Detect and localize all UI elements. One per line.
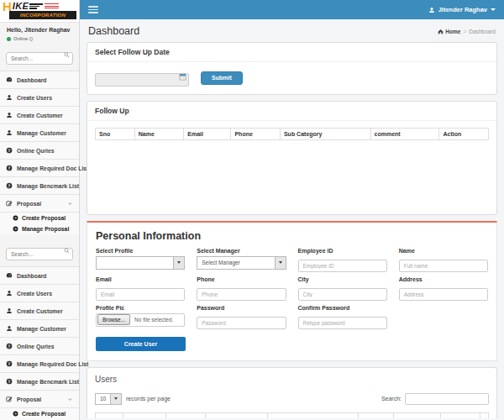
user-menu[interactable]: Jitender Raghav [428,6,504,13]
name-field: Name [399,248,488,272]
calendar-icon[interactable] [179,73,186,81]
select-manager-dropdown[interactable]: Select Manager [197,256,286,270]
page-size-dropdown[interactable]: 10 [95,393,122,405]
sidebar-item-label: Dashboard [17,77,47,83]
city-field: City [298,276,387,301]
employee-id-input[interactable] [298,260,387,272]
followup-panel-title: Follow Up [87,102,496,121]
confirm-password-label: Confirm Password [298,305,387,311]
column-header-action: Action [439,128,489,139]
arrow-circle-icon [13,215,18,221]
sidebar-item-label: Proposal [17,201,41,207]
sidebar-search [6,49,73,65]
sidebar-item-dashboard[interactable]: Dashboard [0,71,79,89]
sidebar-item-manage-required-doc-list[interactable]: Manage Required Doc List [0,355,79,373]
personal-info-panel: Personal Information Select Profile Sele… [87,221,497,361]
column-header-email: Email [184,128,231,139]
sidebar-search-input[interactable] [6,52,73,65]
select-profile-field: Select Profile [96,248,185,272]
dropdown-button[interactable] [110,394,121,404]
empty-grid-cell [399,305,488,329]
dropdown-button[interactable] [275,257,286,269]
main-content: Dashboard Home > Dashboard Select Follow… [80,19,504,420]
sidebar-item-manage-required-doc-list[interactable]: Manage Required Doc List [0,160,79,177]
breadcrumb-separator: > [463,29,466,34]
users-panel-title: Users [95,375,489,384]
password-input[interactable] [197,317,286,329]
sidebar-search-input-2[interactable] [6,248,73,260]
confirm-password-input[interactable] [298,317,387,329]
column-header-sub-category: Sub Category [280,128,370,139]
users-search-input[interactable] [405,393,489,405]
address-input[interactable] [399,288,488,301]
sidebar-item-proposal[interactable]: Proposal [0,391,79,408]
breadcrumb-home-link[interactable]: Home [438,29,460,34]
brand-subtitle: INCORPORATION [20,13,66,18]
question-icon [6,343,13,349]
followup-date-input[interactable] [95,73,189,87]
sidebar-subitem-manage-proposal[interactable]: Manage Proposal [0,223,79,234]
arrow-circle-icon [13,226,18,232]
sidebar-item-create-customer[interactable]: Create Customer [0,107,79,124]
sidebar-item-label: Create Customer [17,113,63,118]
column-header-comment: comment [370,128,439,139]
sidebar-item-manage-bencmark-list[interactable]: Manage Bencmark List [0,177,79,195]
sidebar-item-online-quries[interactable]: Online Quries [0,142,79,160]
name-input[interactable] [399,260,488,272]
followup-table-header-row: Sno Name Email Phone Sub Category commen… [96,128,489,139]
sidebar-search-2 [6,244,73,260]
browse-button[interactable]: Browse... [97,314,130,325]
page-title: Dashboard [88,25,139,37]
sidebar-item-create-users[interactable]: Create Users [0,285,79,302]
user-icon [6,325,13,332]
sidebar-item-label: Manage Customer [17,130,66,136]
sidebar-item-label: Online Quries [17,148,55,154]
address-label: Address [399,276,488,282]
select-profile-dropdown[interactable] [96,256,185,270]
caret-down-icon [279,261,282,264]
city-input[interactable] [298,288,387,301]
personal-info-title: Personal Information [96,230,488,242]
sidebar-item-label: Create Users [17,95,52,101]
followup-date-field [95,70,189,87]
followup-table: Sno Name Email Phone Sub Category commen… [95,128,489,140]
user-avatar-icon [428,7,435,13]
user-icon [6,290,13,297]
question-icon [6,378,13,385]
breadcrumb-current: Dashboard [469,29,496,34]
users-table-top-edge [95,412,489,418]
users-panel: Users 10 records per page Search: [87,367,497,418]
submit-button[interactable]: Submit [201,71,243,85]
online-status-dot [7,37,11,41]
brand-tagline-decoration [45,3,59,10]
sidebar-item-create-customer[interactable]: Create Customer [0,302,79,320]
sidebar-item-proposal[interactable]: Proposal [0,195,79,213]
dashboard-icon [6,76,13,83]
dropdown-button[interactable] [173,257,184,269]
password-field: Password [197,305,286,329]
sidebar-greeting: Hello, Jitender Raghav [7,27,72,33]
brand-logo[interactable]: H IKE INCORPORATION [0,0,79,23]
sidebar-item-manage-customer[interactable]: Manage Customer [0,320,79,338]
sidebar-item-dashboard[interactable]: Dashboard [0,267,79,285]
sidebar-subitem-label: Create Proposal [22,215,66,221]
sidebar-item-create-users[interactable]: Create Users [0,89,79,107]
sidebar-item-manage-customer[interactable]: Manage Customer [0,124,79,142]
email-input[interactable] [96,288,185,301]
app-window: H IKE INCORPORATION Hello, Jitender Ragh… [0,0,504,420]
sidebar-subitem-create-proposal[interactable]: Create Proposal [0,408,79,419]
column-header-sno: Sno [96,128,135,139]
question-icon [6,165,13,171]
user-icon [6,129,13,136]
sidebar-item-online-quries[interactable]: Online Quries [0,338,79,355]
hamburger-menu-icon[interactable] [88,4,98,15]
column-header-name: Name [134,128,184,139]
sidebar-subitem-create-proposal[interactable]: Create Proposal [0,213,79,223]
users-search-label: Search: [381,396,402,402]
create-user-button[interactable]: Create User [96,337,186,351]
phone-input[interactable] [197,288,286,301]
followup-date-panel: Select Follow Up Date Submit [87,42,497,95]
sidebar-item-manage-bencmark-list[interactable]: Manage Bencmark List [0,373,79,391]
sidebar-item-label: Manage Required Doc List [17,165,88,171]
file-upload-control: Browse... No file selected. [96,313,185,327]
